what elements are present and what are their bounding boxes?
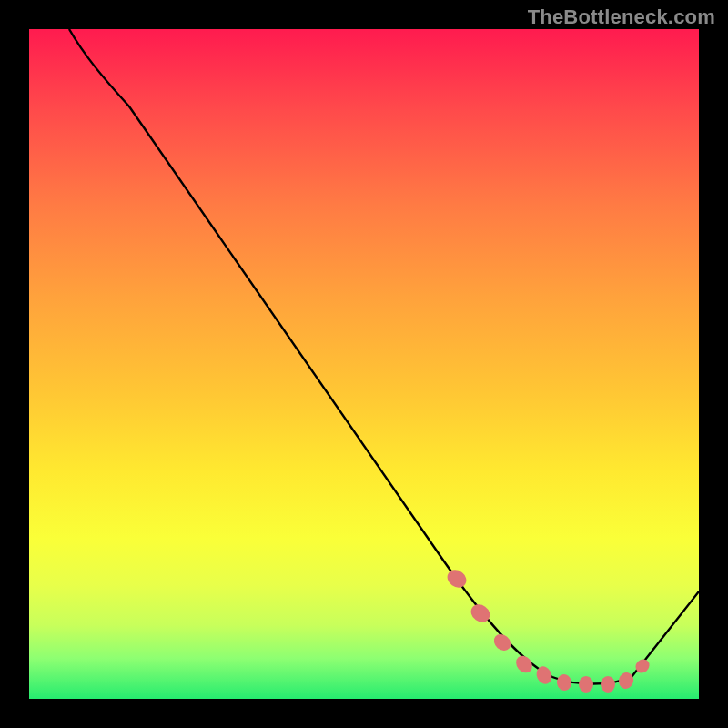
curve-line xyxy=(69,29,699,684)
chart-svg xyxy=(29,29,699,699)
marker-dot xyxy=(556,673,573,693)
chart-frame: TheBottleneck.com xyxy=(0,0,728,728)
markers-group xyxy=(444,566,652,693)
chart-plot-area xyxy=(29,29,699,699)
marker-dot xyxy=(617,671,635,691)
marker-dot xyxy=(444,566,470,591)
marker-dot xyxy=(601,676,615,693)
marker-dot xyxy=(579,676,593,693)
watermark-text: TheBottleneck.com xyxy=(528,5,715,29)
